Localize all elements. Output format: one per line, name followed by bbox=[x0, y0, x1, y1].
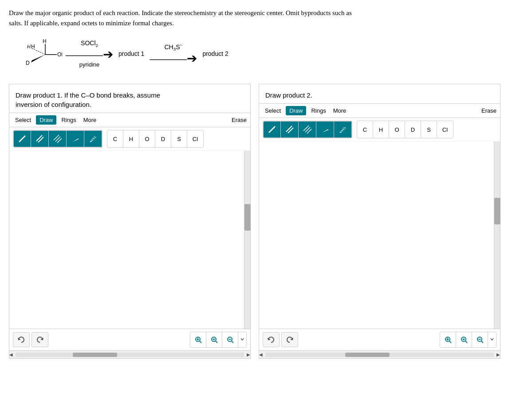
panel1-zoom-in-btn[interactable] bbox=[190, 332, 206, 347]
svg-line-19 bbox=[200, 341, 201, 343]
undo-icon bbox=[267, 336, 275, 344]
panel2-draw-area[interactable] bbox=[259, 141, 500, 329]
product1-label: product 1 bbox=[118, 50, 144, 57]
panel2-hscrollbar[interactable]: ◀ ▶ bbox=[259, 350, 500, 358]
panel1-wedge-bond-btn[interactable] bbox=[67, 130, 84, 147]
panel2-wedge-bond-btn[interactable] bbox=[316, 121, 334, 138]
panel1-hscrollbar[interactable]: ◀ ▶ bbox=[9, 350, 250, 358]
triple-bond-icon bbox=[303, 125, 312, 134]
svg-line-12 bbox=[54, 135, 59, 140]
panel1-single-bond-btn[interactable] bbox=[13, 130, 31, 147]
panel1-zoom-more-btn[interactable] bbox=[238, 332, 246, 347]
panel2-single-bond-btn[interactable] bbox=[263, 121, 281, 138]
panel2-atom-H[interactable]: H bbox=[373, 121, 389, 138]
svg-line-37 bbox=[449, 341, 451, 343]
drawers-row: Draw product 1. If the C–O bond breaks, … bbox=[9, 84, 511, 359]
panel1-draw-area[interactable] bbox=[9, 151, 250, 329]
panel2-hscroll-thumb bbox=[345, 353, 390, 357]
panel1-atom-S[interactable]: S bbox=[171, 130, 187, 147]
single-bond-icon bbox=[267, 125, 277, 134]
panel2-scroll-right[interactable]: ▶ bbox=[496, 352, 500, 357]
chevron-down-icon bbox=[240, 337, 244, 343]
panel2-double-bond-btn[interactable] bbox=[281, 121, 299, 138]
panel1-atom-Cl[interactable]: Cl bbox=[187, 130, 203, 147]
panel1-scroll-left[interactable]: ◀ bbox=[9, 352, 13, 357]
zoom-out-icon bbox=[226, 336, 234, 344]
panel2-zoom-reset-btn[interactable] bbox=[456, 332, 472, 347]
panel2-atom-O[interactable]: O bbox=[389, 121, 405, 138]
panel2-atom-Cl[interactable]: Cl bbox=[437, 121, 453, 138]
panel1-draw-btn[interactable]: Draw bbox=[36, 115, 56, 125]
panel1-more-btn[interactable]: More bbox=[81, 115, 99, 125]
svg-line-35 bbox=[341, 127, 346, 133]
panel1-atom-O[interactable]: O bbox=[139, 130, 155, 147]
panel2-dash-bond-btn[interactable] bbox=[334, 121, 352, 138]
panel2-bond-toolbar: C H O D S Cl bbox=[259, 118, 500, 141]
redo-icon bbox=[36, 336, 44, 344]
panel1-erase-btn[interactable]: Erase bbox=[232, 117, 247, 123]
panel1-atom-D[interactable]: D bbox=[155, 130, 171, 147]
panel1-undo-redo bbox=[13, 332, 48, 347]
panel2-triple-bond-btn[interactable] bbox=[299, 121, 316, 138]
single-bond-icon bbox=[17, 134, 27, 144]
panel1-redo-btn[interactable] bbox=[32, 332, 48, 347]
svg-line-43 bbox=[481, 341, 483, 343]
svg-line-16 bbox=[90, 137, 95, 142]
panel2-scrollbar-v-thumb bbox=[494, 198, 500, 224]
zoom-in-icon bbox=[194, 336, 202, 344]
panel2-undo-btn[interactable] bbox=[263, 332, 280, 347]
svg-line-28 bbox=[286, 126, 292, 132]
panel2-scroll-left[interactable]: ◀ bbox=[259, 352, 263, 357]
triple-bond-icon bbox=[53, 134, 63, 144]
zoom-reset-icon bbox=[210, 336, 218, 344]
instructions: Draw the major organic product of each r… bbox=[9, 8, 510, 28]
panel1-zoom-group bbox=[190, 332, 247, 348]
panel2-select-btn[interactable]: Select bbox=[263, 106, 283, 115]
undo-icon bbox=[17, 336, 25, 344]
chevron-down-icon bbox=[490, 337, 494, 343]
reagent2-label: CH3S− bbox=[164, 43, 182, 51]
panel2-toolbar: Select Draw Rings More Erase bbox=[259, 103, 500, 118]
panel2-atom-C[interactable]: C bbox=[357, 121, 373, 138]
product2-label: product 2 bbox=[202, 50, 228, 57]
svg-line-9 bbox=[19, 136, 25, 142]
panel1-rings-btn[interactable]: Rings bbox=[59, 115, 78, 125]
panel1-atom-H[interactable]: H bbox=[123, 130, 139, 147]
panel2-atom-D[interactable]: D bbox=[405, 121, 421, 138]
panel1-undo-btn[interactable] bbox=[13, 332, 30, 347]
panel1-dash-bond-btn[interactable] bbox=[84, 130, 102, 147]
panel2-atom-S[interactable]: S bbox=[421, 121, 437, 138]
svg-line-41 bbox=[465, 341, 467, 343]
panel2-rings-btn[interactable]: Rings bbox=[309, 106, 328, 115]
panel1-double-bond-btn[interactable] bbox=[31, 130, 49, 147]
panel1-triple-bond-btn[interactable] bbox=[49, 130, 67, 147]
panel2-erase-btn[interactable]: Erase bbox=[481, 107, 496, 114]
svg-line-17 bbox=[91, 137, 96, 142]
panel1-zoom-out-btn[interactable] bbox=[222, 332, 238, 347]
panel2-bond-group bbox=[263, 121, 352, 138]
panel2-more-btn[interactable]: More bbox=[331, 106, 349, 115]
panel2-atom-group: C H O D S Cl bbox=[357, 121, 453, 138]
panel1-scrollbar-v[interactable] bbox=[244, 151, 250, 329]
dash-bond-icon bbox=[88, 134, 98, 144]
panel1-zoom-reset-btn[interactable] bbox=[206, 332, 222, 347]
panel1-scrollbar-v-thumb bbox=[244, 204, 251, 231]
panel1-select-btn[interactable]: Select bbox=[13, 115, 33, 125]
panel2-draw-btn[interactable]: Draw bbox=[286, 106, 306, 115]
svg-text:H: H bbox=[43, 38, 47, 44]
panel2-redo-btn[interactable] bbox=[281, 332, 298, 347]
panel1-atom-C[interactable]: C bbox=[107, 130, 123, 147]
panel2-zoom-out-btn[interactable] bbox=[472, 332, 488, 347]
svg-text:OH: OH bbox=[57, 51, 62, 58]
panel1-bond-toolbar: C H O D S Cl bbox=[9, 127, 250, 151]
panel1-scroll-right[interactable]: ▶ bbox=[247, 352, 250, 357]
panel2-scrollbar-v[interactable] bbox=[494, 141, 500, 329]
panel2-zoom-more-btn[interactable] bbox=[488, 332, 496, 347]
dash-bond-icon bbox=[338, 125, 348, 134]
panel2-bottom-bar bbox=[259, 329, 500, 350]
reagent1-below: pyridine bbox=[79, 61, 100, 68]
panel1-atom-group: C H O D S Cl bbox=[107, 130, 204, 148]
panel2-zoom-in-btn[interactable] bbox=[440, 332, 456, 347]
redo-icon bbox=[286, 336, 294, 344]
panel1-title: Draw product 1. If the C–O bond breaks, … bbox=[9, 84, 250, 113]
